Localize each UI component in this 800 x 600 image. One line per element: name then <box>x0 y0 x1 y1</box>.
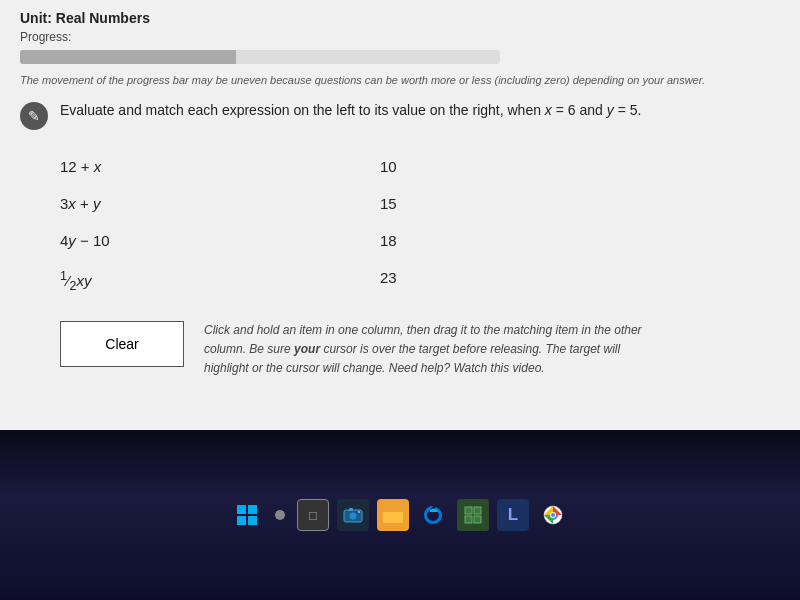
expressions-column: 12 + x 3x + y 4y − 10 1⁄2xy <box>60 148 300 303</box>
windows-start-icon[interactable] <box>231 499 263 531</box>
unit-title: Unit: Real Numbers <box>20 10 780 26</box>
snipping-tool-icon[interactable] <box>457 499 489 531</box>
svg-rect-11 <box>474 516 481 523</box>
svg-rect-9 <box>474 507 481 514</box>
expression-item-2[interactable]: 3x + y <box>60 185 300 222</box>
task-view-icon[interactable]: □ <box>297 499 329 531</box>
search-icon[interactable] <box>275 510 285 520</box>
value-item-2[interactable]: 15 <box>380 185 500 222</box>
bottom-section: Clear Click and hold an item in one colu… <box>60 321 780 379</box>
value-item-4[interactable]: 23 <box>380 259 500 296</box>
svg-rect-3 <box>248 516 257 525</box>
progress-note: The movement of the progress bar may be … <box>20 74 720 86</box>
file-explorer-icon[interactable] <box>377 499 409 531</box>
pencil-icon: ✎ <box>20 102 48 130</box>
progress-label: Progress: <box>20 30 780 44</box>
edge-browser-icon[interactable] <box>417 499 449 531</box>
progress-bar-fill <box>20 50 236 64</box>
unit-label-text: Unit: <box>20 10 52 26</box>
camera-icon[interactable] <box>337 499 369 531</box>
unit-name-text: Real Numbers <box>56 10 150 26</box>
value-item-3[interactable]: 18 <box>380 222 500 259</box>
values-column: 10 15 18 23 <box>380 148 500 303</box>
svg-rect-0 <box>237 505 246 514</box>
svg-point-15 <box>551 513 555 517</box>
svg-point-5 <box>350 513 357 520</box>
expression-item-3[interactable]: 4y − 10 <box>60 222 300 259</box>
svg-rect-1 <box>248 505 257 514</box>
progress-bar-container <box>20 50 500 64</box>
svg-rect-6 <box>349 508 353 511</box>
chrome-icon[interactable] <box>537 499 569 531</box>
svg-rect-7 <box>358 511 360 513</box>
taskbar: □ <box>0 430 800 600</box>
expression-item-4[interactable]: 1⁄2xy <box>60 259 300 303</box>
clear-button[interactable]: Clear <box>60 321 184 367</box>
language-icon[interactable]: L <box>497 499 529 531</box>
svg-rect-2 <box>237 516 246 525</box>
value-item-1[interactable]: 10 <box>380 148 500 185</box>
instructions-text: Click and hold an item in one column, th… <box>204 321 664 379</box>
taskbar-icons: □ <box>231 499 569 531</box>
svg-rect-8 <box>465 507 472 514</box>
question-text: Evaluate and match each expression on th… <box>60 100 641 121</box>
svg-rect-10 <box>465 516 472 523</box>
expression-item-1[interactable]: 12 + x <box>60 148 300 185</box>
question-header: ✎ Evaluate and match each expression on … <box>20 100 780 130</box>
matching-area: 12 + x 3x + y 4y − 10 1⁄2xy 10 15 18 23 <box>60 148 780 303</box>
main-content: Unit: Real Numbers Progress: The movemen… <box>0 0 800 430</box>
